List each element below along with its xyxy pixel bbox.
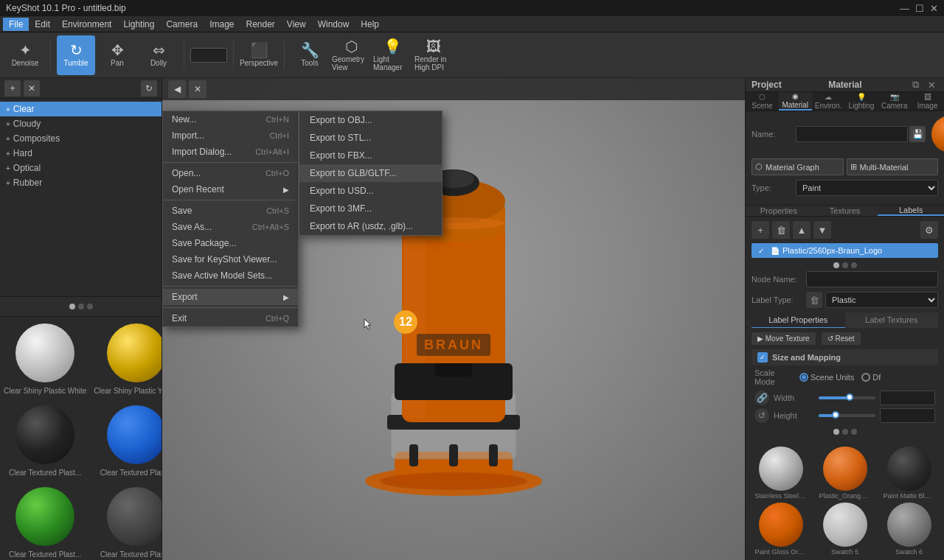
tree-add-btn[interactable]: + bbox=[4, 80, 21, 97]
swatch-5[interactable]: Swatch 6 bbox=[878, 503, 940, 556]
material-save-icon[interactable]: 💾 bbox=[909, 126, 926, 142]
dot-1[interactable] bbox=[69, 304, 75, 309]
width-slider-track[interactable] bbox=[819, 396, 875, 399]
maximize-btn[interactable]: ☐ bbox=[915, 3, 924, 14]
menu-render[interactable]: Render bbox=[240, 18, 281, 31]
export-3mf[interactable]: Export to 3MF... bbox=[299, 200, 442, 217]
export-gltf[interactable]: Export to GLB/GLTF... bbox=[299, 164, 442, 182]
menu-export[interactable]: Export ▶ bbox=[163, 289, 298, 305]
denoiseBtn[interactable]: ✦ Denoise bbox=[6, 35, 44, 75]
menu-exit[interactable]: Exit Ctrl+Q bbox=[163, 310, 298, 326]
tree-item-optical[interactable]: + Optical bbox=[0, 161, 162, 175]
mat-thumb-5[interactable]: Clear Textured Plast... bbox=[90, 480, 162, 560]
swatch-3[interactable]: Paint Gloss Orange bbox=[750, 503, 811, 556]
swatch-4[interactable]: Swatch 5 bbox=[814, 503, 875, 556]
tab-lighting[interactable]: 💡 Lighting bbox=[844, 92, 878, 111]
mat-thumb-1[interactable]: Clear Shiny Plastic Yellow bbox=[90, 317, 162, 399]
label-up-btn[interactable]: ▲ bbox=[793, 221, 811, 239]
export-fbx[interactable]: Export to FBX... bbox=[299, 147, 442, 164]
tab-camera[interactable]: 📷 Camera bbox=[878, 92, 911, 111]
label-type-select[interactable]: Plastic bbox=[825, 292, 938, 308]
tab-environ[interactable]: ☁ Environ. bbox=[812, 92, 845, 111]
tree-clear-btn[interactable]: ✕ bbox=[24, 80, 40, 97]
menu-save-viewer[interactable]: Save for KeyShot Viewer... bbox=[163, 251, 298, 267]
dot-3[interactable] bbox=[87, 304, 93, 309]
minimize-btn[interactable]: — bbox=[900, 3, 909, 14]
dot-2[interactable] bbox=[78, 304, 84, 309]
fov-input[interactable]: 50.0 bbox=[190, 48, 227, 63]
panel-float-btn[interactable]: ⧉ bbox=[909, 78, 922, 91]
tab-material[interactable]: ◉ Material bbox=[779, 92, 812, 111]
viewport[interactable]: BRAUN ◀ bbox=[162, 78, 745, 560]
mat-thumb-2[interactable]: Clear Textured Plast... bbox=[0, 399, 90, 480]
tumbleBtn[interactable]: ↻ Tumble bbox=[57, 35, 95, 75]
renderHDPIBtn[interactable]: 🖼 Render in High DPI bbox=[414, 35, 453, 75]
export-usd[interactable]: Export to USD... bbox=[299, 182, 442, 200]
radio-df[interactable]: Df bbox=[861, 373, 881, 382]
width-link-btn[interactable]: 🔗 bbox=[754, 391, 769, 405]
label-list-item-0[interactable]: ✓ 📄 Plastic/2560px-Braun_Logo bbox=[752, 243, 938, 258]
height-slider-thumb[interactable] bbox=[832, 411, 839, 419]
menu-view[interactable]: View bbox=[281, 18, 312, 31]
menu-image[interactable]: Image bbox=[204, 18, 240, 31]
label-subtab-properties[interactable]: Label Properties bbox=[752, 312, 845, 328]
menu-saveas[interactable]: Save As... Ctrl+Alt+S bbox=[163, 219, 298, 235]
mat-thumb-0[interactable]: Clear Shiny Plastic White bbox=[0, 317, 90, 399]
menu-environment[interactable]: Environment bbox=[56, 18, 117, 31]
label-add-btn[interactable]: + bbox=[752, 221, 769, 239]
menu-lighting[interactable]: Lighting bbox=[117, 18, 160, 31]
height-slider-track[interactable] bbox=[819, 414, 875, 417]
panBtn[interactable]: ✥ Pan bbox=[98, 35, 136, 75]
swatch-1[interactable]: Plastic_Orange.002 bbox=[814, 447, 875, 500]
prop-tab-textures[interactable]: Textures bbox=[812, 206, 878, 216]
menu-edit[interactable]: Edit bbox=[29, 18, 56, 31]
multi-material-btn[interactable]: ⊞ Multi-Material bbox=[847, 158, 939, 175]
prop-tab-properties[interactable]: Properties bbox=[746, 206, 812, 216]
menu-help[interactable]: Help bbox=[355, 18, 385, 31]
geoViewBtn[interactable]: ⬡ Geometry View bbox=[332, 35, 370, 75]
radio-scene-units[interactable]: Scene Units bbox=[799, 373, 854, 382]
label-down-btn[interactable]: ▼ bbox=[813, 221, 831, 239]
menu-camera[interactable]: Camera bbox=[160, 18, 204, 31]
panel-close-btn[interactable]: ✕ bbox=[925, 78, 938, 91]
tab-scene[interactable]: ⬡ Scene bbox=[746, 92, 779, 111]
label-type-delete-btn[interactable]: 🗑 bbox=[806, 292, 822, 308]
material-name-input[interactable]: Paint Gloss Orange #5 bbox=[796, 126, 908, 142]
type-select[interactable]: Paint bbox=[796, 180, 938, 196]
menu-import[interactable]: Import... Ctrl+I bbox=[163, 127, 298, 144]
vp-back-btn[interactable]: ◀ bbox=[168, 80, 186, 98]
tree-item-cloudy[interactable]: + Cloudy bbox=[0, 116, 162, 131]
close-btn[interactable]: ✕ bbox=[930, 3, 938, 14]
menu-save-activemodel[interactable]: Save Active Model Sets... bbox=[163, 267, 298, 284]
move-texture-btn[interactable]: ▶ Move Texture bbox=[752, 332, 816, 345]
toolsBtn[interactable]: 🔧 Tools bbox=[291, 35, 329, 75]
menu-import-dialog[interactable]: Import Dialog... Ctrl+Alt+I bbox=[163, 144, 298, 160]
tree-item-composites[interactable]: + Composites bbox=[0, 131, 162, 146]
export-ar[interactable]: Export to AR (usdz, .glb)... bbox=[299, 217, 442, 235]
tree-refresh-btn[interactable]: ↻ bbox=[141, 80, 157, 97]
width-slider-thumb[interactable] bbox=[846, 393, 853, 401]
width-value-input[interactable]: 0.0405 mm bbox=[880, 391, 935, 405]
height-value-input[interactable]: 0.0171 mm bbox=[880, 408, 935, 423]
menu-new[interactable]: New... Ctrl+N bbox=[163, 111, 298, 127]
reset-btn[interactable]: ↺ Reset bbox=[822, 332, 861, 345]
tree-item-hard[interactable]: + Hard bbox=[0, 146, 162, 161]
label-subtab-textures[interactable]: Label Textures bbox=[845, 312, 939, 328]
vp-close-btn[interactable]: ✕ bbox=[189, 80, 206, 98]
export-obj[interactable]: Export to OBJ... bbox=[299, 111, 442, 129]
mat-thumb-4[interactable]: Clear Textured Plast... bbox=[0, 480, 90, 560]
label-options-btn[interactable]: ⚙ bbox=[920, 221, 938, 239]
mat-thumb-3[interactable]: Clear Textured Plast... bbox=[90, 399, 162, 480]
height-link-btn[interactable]: ↺ bbox=[754, 408, 769, 423]
menu-save[interactable]: Save Ctrl+S bbox=[163, 203, 298, 219]
dollyBtn[interactable]: ⇔ Dolly bbox=[139, 35, 178, 75]
prop-tab-labels[interactable]: Labels bbox=[878, 206, 944, 216]
label-checkbox-0[interactable]: ✓ bbox=[756, 245, 766, 256]
label-delete-btn[interactable]: 🗑 bbox=[772, 221, 790, 239]
menu-open-recent[interactable]: Open Recent ▶ bbox=[163, 181, 298, 197]
swatch-0[interactable]: Stainless Steel Polis... bbox=[750, 447, 811, 500]
menu-savepackage[interactable]: Save Package... bbox=[163, 235, 298, 251]
tab-image[interactable]: 🖼 Image bbox=[911, 92, 944, 111]
size-mapping-section[interactable]: ✓ Size and Mapping bbox=[752, 349, 938, 365]
material-graph-btn[interactable]: ⬡ Material Graph bbox=[752, 158, 844, 175]
